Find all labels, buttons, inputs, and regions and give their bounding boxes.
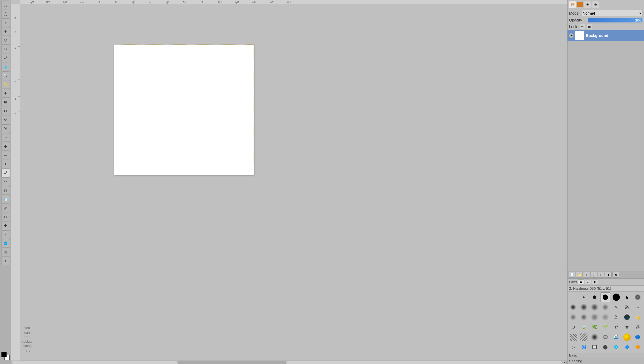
brush-item[interactable]: 🌀	[579, 342, 588, 352]
tool-paintbrush[interactable]: 🖌	[1, 168, 10, 177]
brush-item[interactable]: ★	[622, 292, 632, 302]
brush-item[interactable]	[579, 302, 588, 312]
brush-item[interactable]	[568, 302, 578, 312]
brush-item[interactable]	[590, 312, 599, 322]
brush-item[interactable]	[600, 312, 610, 322]
opacity-slider[interactable]: 100	[588, 18, 642, 23]
brush-item[interactable]	[568, 332, 578, 342]
brush-item[interactable]: 🔘	[600, 332, 610, 342]
brush-item[interactable]: ◌	[568, 342, 578, 352]
brush-item[interactable]: ✿	[612, 322, 621, 332]
tool-fuzzy-select[interactable]: ✳	[1, 27, 10, 36]
brush-item[interactable]: ⬤	[600, 342, 610, 352]
mode-dropdown[interactable]: Normal ▾	[581, 10, 642, 16]
tool-perspective[interactable]: ◆	[1, 142, 10, 150]
brush-item[interactable]	[568, 312, 578, 322]
tool-airbrush[interactable]: 💨	[1, 195, 10, 204]
panel-icon-options[interactable]: ⊕	[592, 1, 599, 8]
brush-type-btn-round[interactable]: ○	[585, 279, 591, 285]
brush-item[interactable]	[579, 312, 588, 322]
delete-layer-btn[interactable]: ✖	[612, 272, 619, 278]
brush-item[interactable]: ⁂	[633, 322, 642, 332]
panel-icon-orange[interactable]	[577, 2, 583, 7]
new-layer-group-btn[interactable]: 📁	[576, 272, 582, 278]
brush-item[interactable]: ❋	[622, 302, 632, 312]
raise-layer-btn[interactable]: ↑	[583, 272, 590, 278]
scrollbar-thumb[interactable]	[177, 361, 287, 363]
brush-item[interactable]: 🔵	[633, 332, 642, 342]
brush-item[interactable]: ❀	[622, 322, 632, 332]
brush-item[interactable]: 🔶	[633, 342, 642, 352]
brush-item[interactable]	[568, 292, 578, 302]
layer-item-background[interactable]: 👁 Background	[568, 30, 644, 41]
tool-eraser[interactable]: ◻	[1, 186, 10, 195]
tool-heal[interactable]: ✚	[1, 222, 10, 230]
anchor-layer-btn[interactable]: ⬇	[605, 272, 612, 278]
brush-item[interactable]	[590, 302, 599, 312]
tool-rotate[interactable]: ↺	[1, 116, 10, 124]
foreground-color-swatch[interactable]	[1, 352, 7, 357]
lower-layer-btn[interactable]: ↓	[590, 272, 597, 278]
tool-free-select[interactable]: ⌖	[1, 19, 10, 27]
svg-text:0: 0	[14, 31, 17, 33]
layer-visibility-eye[interactable]: 👁	[569, 33, 574, 38]
tool-warp[interactable]: ⌇	[1, 257, 10, 265]
brush-item[interactable]: ⬡	[568, 322, 578, 332]
brush-item[interactable]	[600, 302, 610, 312]
brush-item[interactable]: ✳	[612, 302, 621, 312]
brush-item[interactable]: 💠	[612, 342, 621, 352]
brush-item[interactable]: 🌑	[622, 312, 632, 322]
brush-item[interactable]	[622, 332, 632, 342]
brush-item[interactable]: 🍃	[579, 322, 588, 332]
tool-smudge[interactable]: ~	[1, 230, 10, 239]
panel-icon-star[interactable]: ✦	[584, 1, 591, 8]
brush-item[interactable]: 🌿	[590, 322, 599, 332]
new-layer-btn[interactable]: 📄	[569, 272, 575, 278]
brush-item[interactable]: 🌫	[612, 312, 621, 322]
tool-zoom[interactable]: 🔍	[1, 71, 10, 80]
tool-move[interactable]: ✥	[1, 89, 10, 98]
brush-item[interactable]: 🌱	[600, 322, 610, 332]
lock-paint-icon[interactable]: ✏	[580, 24, 585, 29]
brush-item[interactable]: 💫	[633, 312, 642, 322]
tool-text[interactable]: T	[1, 160, 10, 168]
brush-item[interactable]	[579, 292, 588, 302]
tool-blend[interactable]: ▦	[1, 248, 10, 257]
tool-shear[interactable]: ▱	[1, 133, 10, 142]
brush-item[interactable]	[590, 332, 599, 342]
tool-align[interactable]: ⊞	[1, 98, 10, 106]
tool-flip[interactable]: ⇔	[1, 151, 10, 159]
resize-handle[interactable]: +	[563, 360, 566, 364]
brush-item[interactable]: ···	[633, 302, 642, 312]
brush-item[interactable]	[633, 292, 642, 302]
brush-item[interactable]	[590, 292, 599, 302]
brush-item[interactable]: 🌊	[612, 332, 621, 342]
tool-clone[interactable]: ⊙	[1, 213, 10, 221]
tool-ellipse-select[interactable]: ◯	[1, 10, 10, 18]
duplicate-layer-btn[interactable]: ⊡	[598, 272, 604, 278]
tool-scissors[interactable]: ✂	[1, 45, 10, 53]
tool-ink[interactable]: 🖋	[1, 204, 10, 212]
lock-position-icon[interactable]: ▩	[587, 24, 592, 29]
horizontal-scrollbar[interactable]: +	[11, 360, 567, 364]
tool-scale[interactable]: ⇲	[1, 124, 10, 133]
brush-type-btn-all[interactable]: ■	[578, 279, 584, 285]
tool-bucket[interactable]: 🪣	[1, 239, 10, 248]
tool-paths[interactable]: 🖊	[1, 54, 10, 62]
scrollbar-track[interactable]	[12, 361, 562, 363]
tool-color-select[interactable]: ⬡	[1, 36, 10, 45]
tool-pencil[interactable]: ✏	[1, 177, 10, 186]
brush-item[interactable]	[579, 332, 588, 342]
tool-color-picker[interactable]: 💧	[1, 63, 10, 71]
brush-type-btn-half[interactable]: ◐	[592, 279, 598, 285]
brush-item[interactable]	[600, 292, 610, 302]
tool-measure[interactable]: 📏	[1, 80, 10, 89]
fg-bg-swatch-container[interactable]	[1, 352, 10, 360]
brush-item[interactable]: 🔲	[590, 342, 599, 352]
panel-icon-color[interactable]: 🎨	[569, 1, 576, 8]
brush-item[interactable]: 🔷	[622, 342, 632, 352]
tool-rect-select[interactable]: ⬚	[1, 1, 10, 9]
canvas-viewport[interactable]: You can drop dockab dialog here	[20, 4, 567, 360]
brush-item[interactable]	[612, 292, 621, 302]
tool-crop[interactable]: ⊡	[1, 107, 10, 115]
